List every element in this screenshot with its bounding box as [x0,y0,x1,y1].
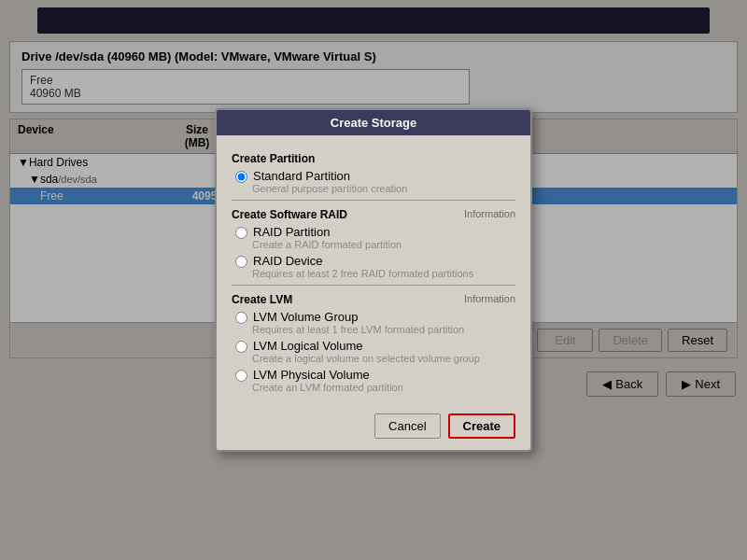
standard-partition-label[interactable]: Standard Partition [253,169,350,183]
standard-partition-desc: General purpose partition creation [252,183,515,194]
raid-device-row[interactable]: RAID Device [235,254,515,268]
modal-footer: Cancel Create [217,404,530,450]
raid-partition-group: RAID Partition Create a RAID formated pa… [232,225,515,250]
modal-title: Create Storage [217,110,530,135]
raid-device-radio[interactable] [235,256,247,268]
modal-body: Create Partition Standard Partition Gene… [217,135,530,404]
create-storage-modal: Create Storage Create Partition Standard… [215,108,532,452]
lvm-logical-volume-row[interactable]: LVM Logical Volume [235,339,515,353]
standard-partition-group: Standard Partition General purpose parti… [232,169,515,194]
standard-partition-radio[interactable] [235,171,247,183]
modal-cancel-button[interactable]: Cancel [374,413,440,439]
standard-partition-row[interactable]: Standard Partition [235,169,515,183]
lvm-physical-volume-radio[interactable] [235,370,247,382]
raid-partition-label[interactable]: RAID Partition [253,225,330,239]
lvm-volume-group-group: LVM Volume Group Requires at least 1 fre… [232,310,515,335]
lvm-volume-group-row[interactable]: LVM Volume Group [235,310,515,324]
lvm-logical-volume-label[interactable]: LVM Logical Volume [253,339,363,353]
raid-partition-row[interactable]: RAID Partition [235,225,515,239]
create-partition-header: Create Partition [232,152,515,165]
lvm-physical-volume-row[interactable]: LVM Physical Volume [235,368,515,382]
raid-partition-desc: Create a RAID formated partition [252,239,515,250]
lvm-volume-group-radio[interactable] [235,312,247,324]
lvm-logical-volume-group: LVM Logical Volume Create a logical volu… [232,339,515,364]
create-software-raid-header: Create Software RAID Information [232,208,515,221]
modal-create-button[interactable]: Create [448,413,515,439]
create-lvm-header: Create LVM Information [232,293,515,306]
raid-device-group: RAID Device Requires at least 2 free RAI… [232,254,515,279]
lvm-physical-volume-label[interactable]: LVM Physical Volume [253,368,370,382]
modal-overlay: Create Storage Create Partition Standard… [0,0,747,560]
lvm-physical-volume-desc: Create an LVM formated partition [252,382,515,393]
raid-partition-radio[interactable] [235,227,247,239]
lvm-physical-volume-group: LVM Physical Volume Create an LVM format… [232,368,515,393]
lvm-volume-group-desc: Requires at least 1 free LVM formated pa… [252,324,515,335]
lvm-volume-group-label[interactable]: LVM Volume Group [253,310,358,324]
raid-device-desc: Requires at least 2 free RAID formated p… [252,268,515,279]
lvm-logical-volume-desc: Create a logical volume on selected volu… [252,353,515,364]
raid-device-label[interactable]: RAID Device [253,254,322,268]
lvm-logical-volume-radio[interactable] [235,341,247,353]
